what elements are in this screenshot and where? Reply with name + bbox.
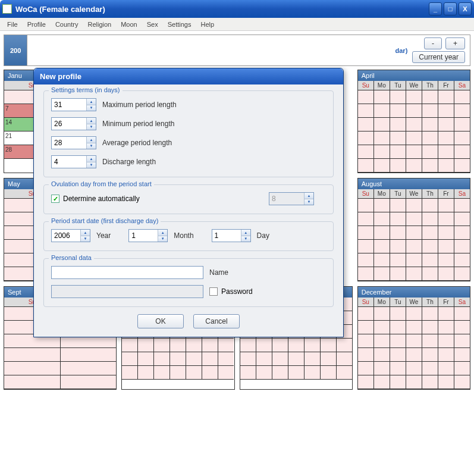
cal-day[interactable] — [406, 362, 422, 375]
cal-day[interactable] — [422, 307, 438, 321]
cal-day[interactable] — [406, 240, 422, 253]
cal-day[interactable] — [438, 375, 454, 389]
cal-day[interactable] — [61, 348, 117, 362]
menu-country[interactable]: Country — [51, 20, 83, 29]
cal-day[interactable] — [390, 104, 406, 118]
day-input[interactable] — [212, 230, 241, 242]
minimize-button[interactable]: _ — [429, 2, 442, 15]
cal-day[interactable] — [358, 267, 374, 281]
cal-day[interactable] — [321, 366, 337, 380]
cal-day[interactable] — [438, 307, 454, 321]
cal-day[interactable] — [406, 307, 422, 321]
cal-day[interactable] — [186, 352, 202, 366]
avg-period-spinner[interactable]: ▲▼ — [51, 136, 96, 149]
cal-day[interactable] — [390, 118, 406, 131]
cal-day[interactable] — [358, 212, 374, 226]
discharge-spinner[interactable]: ▲▼ — [51, 155, 96, 168]
cal-day[interactable] — [272, 339, 288, 352]
cal-day[interactable] — [390, 307, 406, 321]
cal-day[interactable] — [170, 366, 186, 380]
cal-day[interactable] — [422, 321, 438, 334]
cal-day[interactable] — [422, 267, 438, 281]
cal-day[interactable] — [186, 366, 202, 380]
cal-day[interactable] — [406, 226, 422, 240]
cal-day[interactable] — [240, 366, 256, 380]
cal-day[interactable] — [406, 145, 422, 159]
cal-day[interactable] — [422, 253, 438, 267]
cal-day[interactable] — [374, 321, 390, 334]
cal-day[interactable] — [406, 348, 422, 362]
cal-day[interactable] — [374, 145, 390, 159]
cal-day[interactable] — [422, 240, 438, 253]
max-period-spinner[interactable]: ▲▼ — [51, 98, 96, 111]
cal-day[interactable] — [422, 334, 438, 348]
ok-button[interactable]: OK — [137, 314, 184, 328]
cal-day[interactable] — [390, 199, 406, 212]
cal-day[interactable] — [454, 307, 470, 321]
cal-day[interactable] — [288, 339, 305, 352]
cal-day[interactable] — [422, 159, 438, 173]
cal-day[interactable] — [406, 118, 422, 131]
cal-day[interactable] — [406, 375, 422, 389]
cal-day[interactable] — [358, 362, 374, 375]
cal-day[interactable] — [438, 226, 454, 240]
year-plus-button[interactable]: + — [445, 37, 465, 49]
cal-day[interactable] — [406, 104, 422, 118]
cal-day[interactable] — [454, 212, 470, 226]
year-tab[interactable]: 200 — [4, 35, 27, 65]
menu-file[interactable]: File — [2, 20, 23, 29]
spin-down-icon[interactable]: ▼ — [81, 236, 90, 242]
cal-day[interactable] — [406, 267, 422, 281]
month-input[interactable] — [129, 230, 158, 242]
cal-day[interactable] — [374, 334, 390, 348]
cal-day[interactable] — [256, 339, 272, 352]
cal-day[interactable] — [61, 375, 117, 389]
password-checkbox[interactable]: ✓ — [209, 287, 218, 296]
cal-day[interactable] — [454, 334, 470, 348]
cal-day[interactable] — [390, 90, 406, 104]
cal-day[interactable] — [454, 226, 470, 240]
cal-day[interactable] — [422, 212, 438, 226]
cal-day[interactable] — [390, 267, 406, 281]
cal-day[interactable] — [374, 253, 390, 267]
cal-day[interactable] — [4, 375, 61, 389]
current-year-button[interactable]: Current year — [412, 51, 465, 63]
cal-day[interactable] — [406, 212, 422, 226]
cal-day[interactable] — [374, 375, 390, 389]
cal-day[interactable] — [138, 339, 154, 352]
name-input[interactable] — [51, 266, 203, 279]
menu-help[interactable]: Help — [196, 20, 219, 29]
day-spinner[interactable]: ▲▼ — [212, 229, 251, 242]
cal-day[interactable] — [170, 339, 186, 352]
cal-day[interactable] — [305, 339, 321, 352]
spin-up-icon[interactable]: ▲ — [241, 230, 250, 236]
cal-day[interactable] — [390, 321, 406, 334]
cal-day[interactable] — [202, 339, 218, 352]
cal-day[interactable] — [4, 362, 61, 375]
cal-day[interactable] — [240, 352, 256, 366]
cal-day[interactable] — [422, 348, 438, 362]
cal-day[interactable] — [454, 90, 470, 104]
cal-day[interactable] — [390, 240, 406, 253]
cal-day[interactable] — [454, 104, 470, 118]
menu-moon[interactable]: Moon — [116, 20, 142, 29]
year-spinner[interactable]: ▲▼ — [51, 229, 90, 242]
cal-day[interactable] — [406, 253, 422, 267]
maximize-button[interactable]: □ — [444, 2, 457, 15]
cal-day[interactable] — [390, 348, 406, 362]
cal-day[interactable] — [390, 253, 406, 267]
cal-day[interactable] — [390, 131, 406, 145]
discharge-input[interactable] — [52, 156, 86, 168]
cal-day[interactable] — [61, 362, 117, 375]
cal-day[interactable] — [454, 145, 470, 159]
cal-day[interactable] — [358, 159, 374, 173]
cal-day[interactable] — [4, 348, 61, 362]
cal-day[interactable] — [374, 212, 390, 226]
cal-day[interactable] — [337, 366, 352, 380]
year-input[interactable] — [52, 230, 80, 242]
cal-day[interactable] — [454, 159, 470, 173]
close-button[interactable]: X — [459, 2, 472, 15]
cal-day[interactable] — [122, 339, 138, 352]
cal-day[interactable] — [358, 118, 374, 131]
cal-day[interactable] — [422, 145, 438, 159]
